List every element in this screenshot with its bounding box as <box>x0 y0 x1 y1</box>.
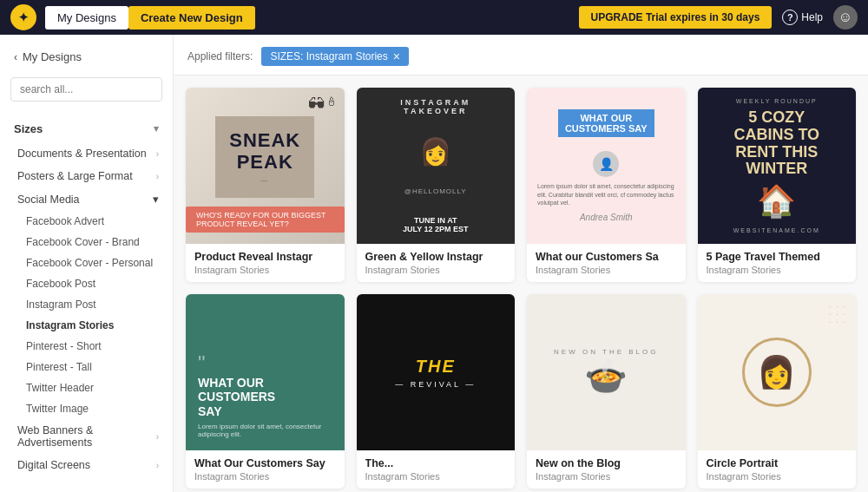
digital-screens-label: Digital Screens <box>17 459 90 471</box>
card-the-dark[interactable]: THE — REVIVAL — The... Instagram Stories <box>357 294 516 489</box>
card-customers-say[interactable]: WHAT OURCUSTOMERS SAY 👤 Lorem ipsum dolo… <box>527 88 686 282</box>
sidebar-sub-facebook-cover-brand[interactable]: Facebook Cover - Brand <box>0 232 173 253</box>
avatar[interactable]: ☺ <box>833 5 858 30</box>
posters-arrow-icon: › <box>156 172 159 181</box>
thumb-6-title: THE <box>395 357 476 377</box>
filter-remove-icon[interactable]: × <box>393 50 400 62</box>
sidebar-sub-pinterest-short[interactable]: Pinterest - Short <box>0 336 173 357</box>
sidebar-sub-twitter-image[interactable]: Twitter Image <box>0 398 173 419</box>
card-8-title: Circle Portrait <box>707 457 848 469</box>
instagram-stories-label: Instagram Stories <box>26 319 114 331</box>
card-2-info: Green & Yellow Instagr Instagram Stories <box>357 244 516 282</box>
thumb-2-person-icon: 👩 <box>419 136 451 167</box>
card-8-sub: Instagram Stories <box>707 471 848 482</box>
upgrade-button[interactable]: UPGRADE Trial expires in 30 days <box>579 6 773 29</box>
card-4-sub: Instagram Stories <box>707 265 848 275</box>
pinterest-short-label: Pinterest - Short <box>26 340 102 352</box>
thumb-3-title: WHAT OURCUSTOMERS SAY <box>558 109 654 137</box>
sidebar-sub-instagram-stories[interactable]: Instagram Stories <box>0 315 173 336</box>
sizes-label: Sizes <box>14 122 43 135</box>
back-arrow-icon: ‹ <box>14 51 17 63</box>
card-7-info: New on the Blog Instagram Stories <box>527 450 686 489</box>
thumb-2-header: INSTAGRAMTAKEOVER <box>400 98 470 115</box>
card-7-sub: Instagram Stories <box>536 471 677 482</box>
card-green-yellow[interactable]: INSTAGRAMTAKEOVER 👩 @HELLOMOLLY TUNE IN … <box>357 88 516 282</box>
filter-tag-instagram-stories[interactable]: SIZES: Instagram Stories × <box>261 47 409 66</box>
card-8-info: Circle Portrait Instagram Stories <box>698 450 857 489</box>
sidebar-item-web-banners[interactable]: Web Banners & Advertisements › <box>0 419 173 454</box>
top-nav: ✦ My Designs Create New Design UPGRADE T… <box>0 0 868 35</box>
events-header[interactable]: Events › <box>0 483 173 492</box>
thumb-7-badge: NEW ON THE BLOG <box>554 348 658 356</box>
sizes-header[interactable]: Sizes ▾ <box>0 115 173 142</box>
pinterest-tall-label: Pinterest - Tall <box>26 361 92 373</box>
sidebar-sub-instagram-post[interactable]: Instagram Post <box>0 294 173 315</box>
card-3-info: What our Customers Sa Instagram Stories <box>527 244 686 282</box>
social-media-label: Social Media <box>17 194 80 206</box>
search-input[interactable] <box>10 77 162 102</box>
facebook-advert-label: Facebook Advert <box>26 215 104 227</box>
card-travel-themed[interactable]: WEEKLY ROUNDUP 5 COZYCABINS TORENT THISW… <box>698 88 857 282</box>
my-designs-nav-btn[interactable]: My Designs <box>45 6 128 30</box>
create-new-nav-btn[interactable]: Create New Design <box>128 6 255 30</box>
back-label: My Designs <box>23 50 82 63</box>
card-8-thumb: · · ·· · ·· · · 👩 <box>698 294 857 450</box>
nav-right: UPGRADE Trial expires in 30 days ? Help … <box>579 5 858 30</box>
card-customers-teal[interactable]: " WHAT OURCUSTOMERSSAY Lorem ipsum dolor… <box>186 294 345 489</box>
twitter-header-label: Twitter Header <box>26 382 94 394</box>
card-6-thumb: THE — REVIVAL — <box>357 294 516 450</box>
sidebar-item-social-media[interactable]: Social Media ▾ <box>0 187 173 211</box>
dots-decoration: · · ·· · ·· · · <box>829 303 847 326</box>
thumb-2-handle: @HELLOMOLLY <box>404 187 467 195</box>
sidebar: ‹ My Designs Sizes ▾ Documents & Present… <box>0 35 174 492</box>
thumb-5-text: Lorem ipsum dolor sit amet, consectetur … <box>198 423 332 438</box>
sidebar-item-digital-screens[interactable]: Digital Screens › <box>0 454 173 476</box>
card-new-on-blog[interactable]: NEW ON THE BLOG 🍲 New on the Blog Instag… <box>527 294 686 489</box>
thumb-6-visual: THE — REVIVAL — <box>357 294 516 450</box>
thumb-5-visual: " WHAT OURCUSTOMERSSAY Lorem ipsum dolor… <box>186 294 345 450</box>
card-2-thumb: INSTAGRAMTAKEOVER 👩 @HELLOMOLLY TUNE IN … <box>357 88 516 244</box>
filter-tag-text: SIZES: Instagram Stories <box>270 50 387 62</box>
card-5-info: What Our Customers Say Instagram Stories <box>186 450 345 489</box>
applied-filters-label: Applied filters: <box>187 50 253 62</box>
card-5-thumb: " WHAT OURCUSTOMERSSAY Lorem ipsum dolor… <box>186 294 345 450</box>
thumb-1-cta: WHO'S READY FOR OUR BIGGEST PRODUCT REVE… <box>186 207 345 233</box>
thumb-8-circle: 👩 <box>742 338 812 407</box>
sidebar-sub-facebook-advert[interactable]: Facebook Advert <box>0 211 173 232</box>
sidebar-item-documents[interactable]: Documents & Presentation › <box>0 142 173 165</box>
candle-icon: 🕯 <box>326 95 338 115</box>
card-4-thumb: WEEKLY ROUNDUP 5 COZYCABINS TORENT THISW… <box>698 88 857 244</box>
help-icon: ? <box>782 10 798 25</box>
sidebar-sub-pinterest-tall[interactable]: Pinterest - Tall <box>0 357 173 377</box>
card-circle-portrait[interactable]: · · ·· · ·· · · 👩 Circle Portrait Instag… <box>698 294 857 489</box>
thumb-1-visual: 🕶 🕯 SNEAKPEAK — WHO'S READY FOR OUR BIGG… <box>186 88 345 244</box>
card-7-thumb: NEW ON THE BLOG 🍲 <box>527 294 686 450</box>
thumb-3-avatar: 👤 <box>593 151 619 177</box>
sidebar-sub-facebook-cover-personal[interactable]: Facebook Cover - Personal <box>0 253 173 273</box>
thumb-5-title: WHAT OURCUSTOMERSSAY <box>198 376 275 419</box>
facebook-cover-brand-label: Facebook Cover - Brand <box>26 236 140 248</box>
documents-label: Documents & Presentation <box>17 148 147 160</box>
card-6-sub: Instagram Stories <box>365 471 507 482</box>
logo-icon[interactable]: ✦ <box>10 4 36 30</box>
facebook-post-label: Facebook Post <box>26 278 95 290</box>
sidebar-sub-twitter-header[interactable]: Twitter Header <box>0 377 173 398</box>
sidebar-sub-facebook-post[interactable]: Facebook Post <box>0 273 173 294</box>
sizes-section: Sizes ▾ Documents & Presentation › Poste… <box>0 115 173 476</box>
card-product-reveal[interactable]: 🕶 🕯 SNEAKPEAK — WHO'S READY FOR OUR BIGG… <box>186 88 345 282</box>
help-button[interactable]: ? Help <box>782 10 823 25</box>
documents-arrow-icon: › <box>156 149 159 159</box>
web-banners-arrow-icon: › <box>156 432 159 442</box>
glasses-icon: 🕶 <box>308 95 326 115</box>
card-1-info: Product Reveal Instagr Instagram Stories <box>186 244 345 282</box>
main-content: Applied filters: SIZES: Instagram Storie… <box>174 35 868 492</box>
thumb-4-visual: WEEKLY ROUNDUP 5 COZYCABINS TORENT THISW… <box>698 88 857 244</box>
card-1-thumb: 🕶 🕯 SNEAKPEAK — WHO'S READY FOR OUR BIGG… <box>186 88 345 244</box>
thumb-8-visual: · · ·· · ·· · · 👩 <box>698 294 857 450</box>
instagram-post-label: Instagram Post <box>26 298 96 311</box>
thumb-3-sig: Andrea Smith <box>580 213 633 222</box>
sidebar-item-posters[interactable]: Posters & Large Format › <box>0 165 173 187</box>
back-button[interactable]: ‹ My Designs <box>0 43 173 70</box>
card-7-title: New on the Blog <box>536 457 677 469</box>
events-section: Events › <box>0 483 173 492</box>
